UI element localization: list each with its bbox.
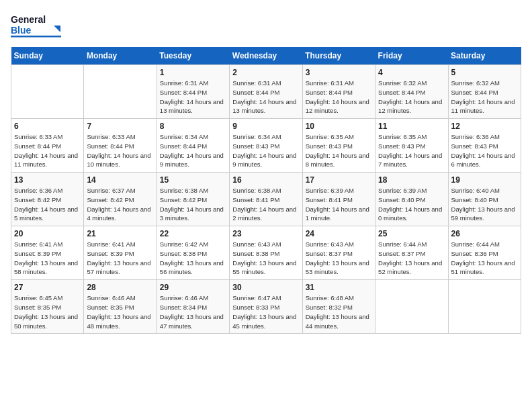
page-header: General Blue bbox=[11, 11, 521, 40]
day-number: 27 bbox=[14, 283, 81, 292]
cell-info: Sunrise: 6:32 AMSunset: 8:44 PMDaylight:… bbox=[378, 79, 445, 116]
cell-info: Sunrise: 6:41 AMSunset: 8:39 PMDaylight:… bbox=[87, 240, 153, 277]
cell-info: Sunrise: 6:38 AMSunset: 8:42 PMDaylight:… bbox=[160, 186, 226, 223]
cell-info: Sunrise: 6:38 AMSunset: 8:41 PMDaylight:… bbox=[232, 186, 299, 223]
cell-info: Sunrise: 6:39 AMSunset: 8:41 PMDaylight:… bbox=[306, 186, 372, 223]
day-number: 2 bbox=[232, 68, 299, 77]
header-day-friday: Friday bbox=[375, 47, 448, 65]
calendar-cell bbox=[84, 65, 157, 119]
cell-info: Sunrise: 6:32 AMSunset: 8:44 PMDaylight:… bbox=[451, 79, 518, 116]
calendar-cell: 4 Sunrise: 6:32 AMSunset: 8:44 PMDayligh… bbox=[375, 65, 448, 119]
calendar-cell: 22 Sunrise: 6:42 AMSunset: 8:38 PMDaylig… bbox=[157, 226, 229, 280]
day-number: 9 bbox=[232, 122, 299, 131]
calendar-cell: 3 Sunrise: 6:31 AMSunset: 8:44 PMDayligh… bbox=[302, 65, 375, 119]
svg-text:Blue: Blue bbox=[11, 25, 32, 36]
calendar-cell: 1 Sunrise: 6:31 AMSunset: 8:44 PMDayligh… bbox=[157, 65, 229, 119]
calendar-cell: 23 Sunrise: 6:43 AMSunset: 8:38 PMDaylig… bbox=[230, 226, 302, 280]
cell-info: Sunrise: 6:47 AMSunset: 8:33 PMDaylight:… bbox=[232, 293, 299, 330]
cell-info: Sunrise: 6:41 AMSunset: 8:39 PMDaylight:… bbox=[14, 240, 81, 277]
header-row: SundayMondayTuesdayWednesdayThursdayFrid… bbox=[11, 47, 521, 65]
cell-info: Sunrise: 6:42 AMSunset: 8:38 PMDaylight:… bbox=[160, 240, 226, 277]
header-day-sunday: Sunday bbox=[11, 47, 84, 65]
cell-info: Sunrise: 6:39 AMSunset: 8:40 PMDaylight:… bbox=[378, 186, 445, 223]
svg-marker-2 bbox=[54, 26, 60, 32]
calendar-cell: 7 Sunrise: 6:33 AMSunset: 8:44 PMDayligh… bbox=[84, 119, 157, 173]
header-day-wednesday: Wednesday bbox=[230, 47, 302, 65]
calendar-cell: 6 Sunrise: 6:33 AMSunset: 8:44 PMDayligh… bbox=[11, 119, 84, 173]
calendar-cell: 29 Sunrise: 6:46 AMSunset: 8:34 PMDaylig… bbox=[157, 280, 229, 334]
calendar-cell: 17 Sunrise: 6:39 AMSunset: 8:41 PMDaylig… bbox=[302, 173, 375, 226]
logo-icon: General Blue bbox=[11, 11, 64, 38]
cell-info: Sunrise: 6:44 AMSunset: 8:36 PMDaylight:… bbox=[451, 240, 518, 277]
calendar-cell: 18 Sunrise: 6:39 AMSunset: 8:40 PMDaylig… bbox=[375, 173, 448, 226]
calendar-cell: 2 Sunrise: 6:31 AMSunset: 8:44 PMDayligh… bbox=[230, 65, 302, 119]
day-number: 25 bbox=[378, 229, 445, 238]
calendar-header: SundayMondayTuesdayWednesdayThursdayFrid… bbox=[11, 47, 521, 65]
cell-info: Sunrise: 6:31 AMSunset: 8:44 PMDaylight:… bbox=[306, 79, 372, 116]
calendar-cell: 13 Sunrise: 6:36 AMSunset: 8:42 PMDaylig… bbox=[11, 173, 84, 226]
cell-info: Sunrise: 6:36 AMSunset: 8:42 PMDaylight:… bbox=[14, 186, 81, 223]
calendar-table: SundayMondayTuesdayWednesdayThursdayFrid… bbox=[11, 47, 521, 334]
day-number: 4 bbox=[378, 68, 445, 77]
calendar-cell: 15 Sunrise: 6:38 AMSunset: 8:42 PMDaylig… bbox=[157, 173, 229, 226]
day-number: 20 bbox=[14, 229, 81, 238]
calendar-cell bbox=[375, 280, 448, 334]
header-day-tuesday: Tuesday bbox=[157, 47, 229, 65]
calendar-cell: 11 Sunrise: 6:35 AMSunset: 8:43 PMDaylig… bbox=[375, 119, 448, 173]
calendar-cell: 21 Sunrise: 6:41 AMSunset: 8:39 PMDaylig… bbox=[84, 226, 157, 280]
day-number: 22 bbox=[160, 229, 226, 238]
day-number: 11 bbox=[378, 122, 445, 131]
day-number: 30 bbox=[232, 283, 299, 292]
calendar-cell: 31 Sunrise: 6:48 AMSunset: 8:32 PMDaylig… bbox=[302, 280, 375, 334]
header-day-saturday: Saturday bbox=[448, 47, 521, 65]
cell-info: Sunrise: 6:40 AMSunset: 8:40 PMDaylight:… bbox=[451, 186, 518, 223]
cell-info: Sunrise: 6:48 AMSunset: 8:32 PMDaylight:… bbox=[306, 293, 372, 330]
logo: General Blue bbox=[11, 11, 64, 40]
week-row-3: 13 Sunrise: 6:36 AMSunset: 8:42 PMDaylig… bbox=[11, 173, 521, 226]
day-number: 3 bbox=[306, 68, 372, 77]
day-number: 13 bbox=[14, 175, 81, 185]
calendar-cell: 19 Sunrise: 6:40 AMSunset: 8:40 PMDaylig… bbox=[448, 173, 521, 226]
cell-info: Sunrise: 6:35 AMSunset: 8:43 PMDaylight:… bbox=[306, 132, 372, 169]
day-number: 28 bbox=[87, 283, 153, 292]
cell-info: Sunrise: 6:33 AMSunset: 8:44 PMDaylight:… bbox=[87, 132, 153, 169]
calendar-body: 1 Sunrise: 6:31 AMSunset: 8:44 PMDayligh… bbox=[11, 65, 521, 334]
week-row-2: 6 Sunrise: 6:33 AMSunset: 8:44 PMDayligh… bbox=[11, 119, 521, 173]
header-day-monday: Monday bbox=[84, 47, 157, 65]
calendar-cell: 16 Sunrise: 6:38 AMSunset: 8:41 PMDaylig… bbox=[230, 173, 302, 226]
cell-info: Sunrise: 6:46 AMSunset: 8:34 PMDaylight:… bbox=[160, 293, 226, 330]
week-row-5: 27 Sunrise: 6:45 AMSunset: 8:35 PMDaylig… bbox=[11, 280, 521, 334]
calendar-cell: 9 Sunrise: 6:34 AMSunset: 8:43 PMDayligh… bbox=[230, 119, 302, 173]
day-number: 7 bbox=[87, 122, 153, 131]
calendar-cell: 12 Sunrise: 6:36 AMSunset: 8:43 PMDaylig… bbox=[448, 119, 521, 173]
cell-info: Sunrise: 6:43 AMSunset: 8:37 PMDaylight:… bbox=[306, 240, 372, 277]
day-number: 29 bbox=[160, 283, 226, 292]
calendar-cell: 28 Sunrise: 6:46 AMSunset: 8:35 PMDaylig… bbox=[84, 280, 157, 334]
calendar-cell: 10 Sunrise: 6:35 AMSunset: 8:43 PMDaylig… bbox=[302, 119, 375, 173]
cell-info: Sunrise: 6:36 AMSunset: 8:43 PMDaylight:… bbox=[451, 132, 518, 169]
day-number: 5 bbox=[451, 68, 518, 77]
calendar-cell bbox=[11, 65, 84, 119]
calendar-cell: 26 Sunrise: 6:44 AMSunset: 8:36 PMDaylig… bbox=[448, 226, 521, 280]
day-number: 21 bbox=[87, 229, 153, 238]
day-number: 19 bbox=[451, 175, 518, 185]
day-number: 12 bbox=[451, 122, 518, 131]
day-number: 6 bbox=[14, 122, 81, 131]
day-number: 10 bbox=[306, 122, 372, 131]
day-number: 24 bbox=[306, 229, 372, 238]
day-number: 16 bbox=[232, 175, 299, 185]
cell-info: Sunrise: 6:43 AMSunset: 8:38 PMDaylight:… bbox=[232, 240, 299, 277]
day-number: 17 bbox=[306, 175, 372, 185]
svg-rect-3 bbox=[11, 36, 61, 38]
calendar-cell: 30 Sunrise: 6:47 AMSunset: 8:33 PMDaylig… bbox=[230, 280, 302, 334]
calendar-cell: 25 Sunrise: 6:44 AMSunset: 8:37 PMDaylig… bbox=[375, 226, 448, 280]
calendar-cell: 20 Sunrise: 6:41 AMSunset: 8:39 PMDaylig… bbox=[11, 226, 84, 280]
day-number: 31 bbox=[306, 283, 372, 292]
cell-info: Sunrise: 6:45 AMSunset: 8:35 PMDaylight:… bbox=[14, 293, 81, 330]
calendar-cell bbox=[448, 280, 521, 334]
cell-info: Sunrise: 6:33 AMSunset: 8:44 PMDaylight:… bbox=[14, 132, 81, 169]
cell-info: Sunrise: 6:46 AMSunset: 8:35 PMDaylight:… bbox=[87, 293, 153, 330]
day-number: 1 bbox=[160, 68, 226, 77]
day-number: 23 bbox=[232, 229, 299, 238]
cell-info: Sunrise: 6:35 AMSunset: 8:43 PMDaylight:… bbox=[378, 132, 445, 169]
